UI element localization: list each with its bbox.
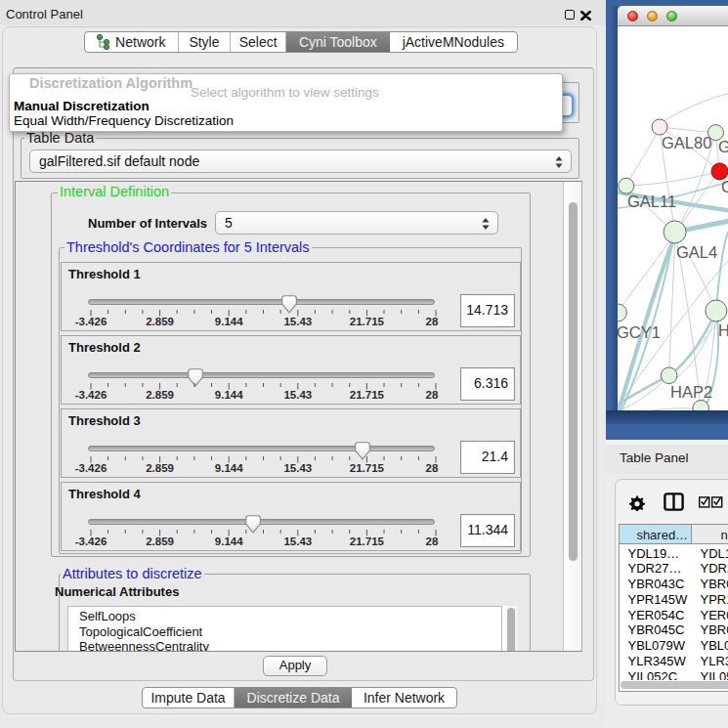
svg-text:GA: GA [718, 138, 728, 155]
svg-text:H: H [718, 321, 728, 339]
svg-text:GAL11: GAL11 [627, 193, 676, 210]
svg-text:C: C [721, 178, 728, 195]
svg-text:GCY1: GCY1 [618, 323, 661, 341]
svg-text:GAL4: GAL4 [676, 243, 717, 261]
svg-text:HAP2: HAP2 [670, 383, 712, 401]
svg-text:GAL80: GAL80 [662, 134, 711, 151]
